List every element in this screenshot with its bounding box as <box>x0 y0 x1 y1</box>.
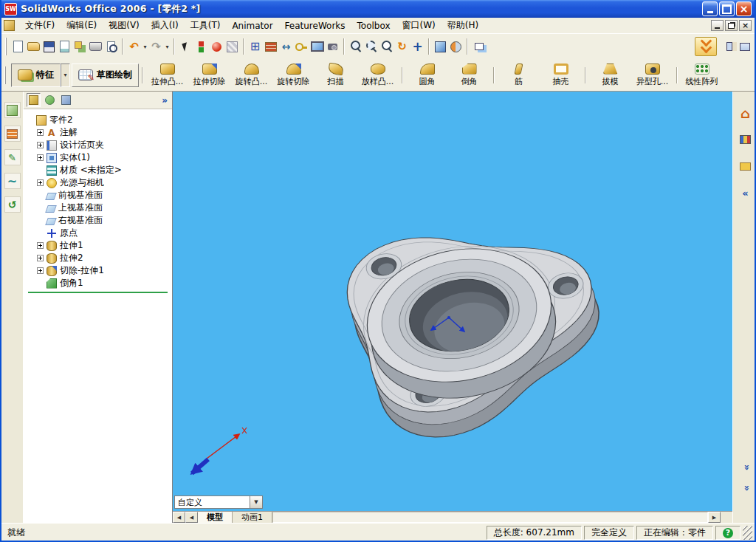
tree-item-chamfer1[interactable]: 倒角1 <box>27 277 171 289</box>
tree-item-annotations[interactable]: 注解 <box>27 126 171 139</box>
rotate-view-icon[interactable] <box>394 38 410 55</box>
redo-icon[interactable] <box>148 38 164 55</box>
save-icon[interactable] <box>41 38 57 55</box>
expand-task-pane-icon[interactable] <box>738 185 754 201</box>
expand-toggle[interactable] <box>37 129 44 136</box>
brick-texture-icon[interactable] <box>263 38 278 55</box>
fillet-button[interactable]: 圆角 <box>406 61 448 90</box>
shell-button[interactable]: 抽壳 <box>540 61 582 90</box>
draft-button[interactable]: 拔模 <box>589 61 631 90</box>
document-part-icon[interactable] <box>4 20 15 31</box>
rotate-tool-icon[interactable] <box>4 196 21 213</box>
help-icon[interactable] <box>723 528 733 538</box>
hole-wizard-button[interactable]: 异型孔... <box>631 61 673 90</box>
file-explorer-icon[interactable] <box>738 158 754 174</box>
expand-toggle[interactable] <box>37 242 44 249</box>
tab-scroll-prev-icon[interactable]: ◀ <box>185 512 198 523</box>
menu-insert[interactable]: 插入(I) <box>145 18 185 33</box>
texture-icon[interactable] <box>224 38 240 55</box>
menu-view[interactable]: 视图(V) <box>103 18 145 33</box>
expand-toggle[interactable] <box>37 255 44 261</box>
minimize-button[interactable] <box>702 1 718 16</box>
rollback-bar[interactable] <box>28 292 168 293</box>
close-button[interactable] <box>736 1 752 16</box>
toolbar-grip[interactable] <box>5 38 7 55</box>
chamfer-button[interactable]: 倒角 <box>448 61 490 90</box>
zoom-to-fit-icon[interactable] <box>348 38 363 55</box>
screen-capture-icon[interactable] <box>309 38 325 55</box>
rebuild-icon[interactable] <box>193 38 209 55</box>
status-help-cell[interactable] <box>715 526 740 540</box>
open-icon[interactable] <box>26 38 41 55</box>
rib-button[interactable]: 筋 <box>498 61 540 90</box>
tree-item-part-root[interactable]: 零件2 <box>27 114 171 126</box>
property-manager-tab-icon[interactable] <box>43 93 57 107</box>
spline-icon[interactable] <box>4 173 21 189</box>
resize-grip[interactable] <box>743 526 752 540</box>
revolve-cut-button[interactable]: 旋转切除 <box>272 61 315 90</box>
tree-item-solid-bodies[interactable]: 实体(1) <box>27 151 171 164</box>
view-orientation-combo[interactable]: 自定义 <box>174 495 263 509</box>
features-mode-button[interactable]: 特征 <box>11 64 61 87</box>
tab-scroll-next-icon[interactable]: ▶ <box>708 512 721 523</box>
menu-toolbox[interactable]: Toolbox <box>351 19 396 32</box>
scroll-down-icon[interactable] <box>738 480 754 496</box>
select-icon[interactable] <box>178 38 193 55</box>
expand-toggle[interactable] <box>37 179 44 186</box>
tree-item-lights-cameras[interactable]: 光源与相机 <box>27 176 171 189</box>
menu-animator[interactable]: Animator <box>226 19 278 32</box>
zoom-in-out-icon[interactable] <box>379 38 394 55</box>
menu-edit[interactable]: 编辑(E) <box>61 18 103 33</box>
view-orientation-icon[interactable] <box>4 102 21 118</box>
child-restore-button[interactable] <box>725 20 738 31</box>
sketch-mode-button[interactable]: 草图绘制 <box>72 64 139 87</box>
pencil-sketch-icon[interactable] <box>4 149 21 165</box>
make-drawing-icon[interactable] <box>57 38 72 55</box>
child-close-button[interactable] <box>739 20 752 31</box>
sketch-grid-icon[interactable] <box>4 126 21 142</box>
pan-icon[interactable] <box>410 38 425 55</box>
undo-icon[interactable] <box>126 38 142 55</box>
extrude-boss-button[interactable]: 拉伸凸... <box>146 61 188 90</box>
panel-collapse-icon[interactable]: » <box>162 95 169 106</box>
edit-color-icon[interactable] <box>209 38 224 55</box>
extrude-cut-button[interactable]: 拉伸切除 <box>188 61 230 90</box>
tree-item-design-binder[interactable]: 设计活页夹 <box>27 139 171 151</box>
expand-toggle[interactable] <box>37 142 44 148</box>
tab-scroll-first-icon[interactable]: ◀ <box>173 512 185 523</box>
dimension-icon[interactable] <box>278 38 294 55</box>
tree-item-material[interactable]: 材质 <未指定> <box>27 164 171 176</box>
tree-item-extrude1[interactable]: 拉伸1 <box>27 239 171 252</box>
design-library-icon[interactable] <box>738 131 754 148</box>
tile-windows-icon[interactable] <box>721 38 737 55</box>
child-minimize-button[interactable] <box>711 20 724 31</box>
tab-scrollbar-track[interactable] <box>272 512 708 523</box>
tab-model[interactable]: 模型 <box>198 512 233 523</box>
tree-item-extrude2[interactable]: 拉伸2 <box>27 252 171 264</box>
graphics-viewport[interactable]: 自定义 <box>173 92 732 511</box>
loft-button[interactable]: 放样凸... <box>357 61 399 90</box>
tab-animation1[interactable]: 动画1 <box>233 512 272 523</box>
task-pane-chevron-button[interactable] <box>695 37 717 56</box>
combo-dropdown-icon[interactable] <box>250 496 262 508</box>
menu-window[interactable]: 窗口(W) <box>396 18 441 33</box>
menu-featureworks[interactable]: FeatureWorks <box>279 19 351 32</box>
tree-item-cut-extrude1[interactable]: 切除-拉伸1 <box>27 264 171 277</box>
menu-file[interactable]: 文件(F) <box>19 18 61 33</box>
undo-dropdown-icon[interactable] <box>142 44 148 50</box>
revolve-boss-button[interactable]: 旋转凸... <box>230 61 272 90</box>
grid-icon[interactable] <box>247 38 263 55</box>
tree-item-origin[interactable]: 原点 <box>27 227 171 239</box>
maximize-button[interactable] <box>719 1 735 16</box>
make-assembly-icon[interactable] <box>72 38 88 55</box>
expand-toggle[interactable] <box>37 154 44 161</box>
feature-manager-tab-icon[interactable] <box>27 93 41 107</box>
print-icon[interactable] <box>88 38 103 55</box>
menu-help[interactable]: 帮助(H) <box>441 18 484 33</box>
print-preview-icon[interactable] <box>103 38 119 55</box>
toolbar-grip[interactable] <box>4 66 6 84</box>
menu-tools[interactable]: 工具(T) <box>185 18 227 33</box>
cascade-windows-icon[interactable] <box>471 38 487 55</box>
sweep-button[interactable]: 扫描 <box>315 61 357 90</box>
shaded-view-icon[interactable] <box>433 38 448 55</box>
